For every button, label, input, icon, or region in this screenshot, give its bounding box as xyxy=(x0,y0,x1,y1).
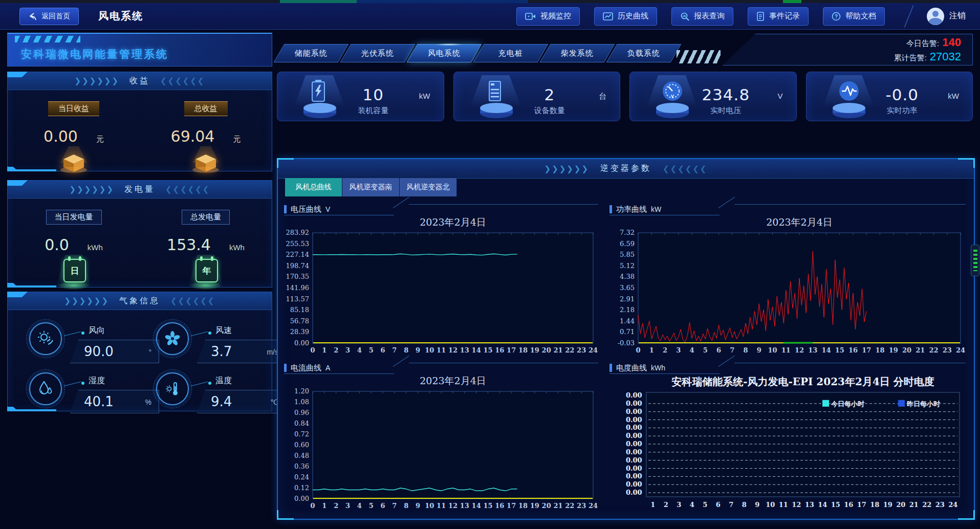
total-income-value: 69.04 xyxy=(171,127,215,145)
day-calendar-icon: 日 xyxy=(52,256,95,292)
svg-text:6: 6 xyxy=(716,346,721,354)
total-income-label: 总收益 xyxy=(184,101,228,116)
weather-panel-header: ❯❯❯❯❯❯ 气象信息 ❮❮❮❮❮❮ xyxy=(8,292,272,310)
today-alarm-label: 今日告警: xyxy=(906,39,939,49)
total-generation-value: 153.4 xyxy=(167,236,211,254)
event-log-button[interactable]: 事件记录 xyxy=(748,7,809,26)
scroll-grip-icon xyxy=(973,250,977,271)
report-query-label: 报表查询 xyxy=(694,11,725,21)
current-chart: 电流曲线 A 2023年2月4日1.201.080.960.840.720.60… xyxy=(284,362,600,513)
svg-text:19: 19 xyxy=(530,346,539,354)
svg-text:0.12: 0.12 xyxy=(294,484,309,492)
humidity-label: 湿度 xyxy=(89,376,105,386)
arrows-right-icon: ❯❯❯❯❯❯ xyxy=(64,296,109,305)
voltage-chart-tag: 电压曲线 V xyxy=(284,203,600,215)
tab-turbine-inverter-south[interactable]: 风机逆变器南 xyxy=(342,178,400,196)
svg-text:0.00: 0.00 xyxy=(626,465,642,472)
tab-diesel-system[interactable]: 柴发系统 xyxy=(540,44,615,62)
weather-panel-title: 气象信息 xyxy=(119,296,160,306)
report-query-button[interactable]: 报表查询 xyxy=(671,7,733,26)
svg-text:安科瑞储能系统-风力发电-EPI 2023年2月4日 分时电: 安科瑞储能系统-风力发电-EPI 2023年2月4日 分时电度 xyxy=(671,376,934,388)
svg-text:14: 14 xyxy=(472,346,481,354)
tab-storage-system[interactable]: 储能系统 xyxy=(274,44,349,62)
svg-text:0.00: 0.00 xyxy=(626,472,642,480)
svg-text:3: 3 xyxy=(676,346,681,354)
icon-pedestal xyxy=(831,102,867,121)
svg-text:7: 7 xyxy=(392,502,397,510)
power-chart: 功率曲线 kW 2023年2月4日7.326.595.855.124.383.6… xyxy=(609,203,968,358)
svg-text:0.00: 0.00 xyxy=(294,339,309,347)
daily-generation-unit: kWh xyxy=(88,243,103,252)
humidity-icon xyxy=(29,372,62,405)
total-income-unit: 元 xyxy=(233,135,241,144)
tab-wind-system[interactable]: 风电系统 xyxy=(407,44,482,62)
total-generation-unit: kWh xyxy=(229,243,245,252)
history-curve-label: 历史曲线 xyxy=(618,11,648,21)
generation-panel-title: 发电量 xyxy=(124,184,155,195)
svg-text:12: 12 xyxy=(795,346,804,354)
svg-text:0.00: 0.00 xyxy=(626,480,642,488)
svg-text:3.65: 3.65 xyxy=(620,284,635,292)
tab-turbine-inverter-north[interactable]: 风机逆变器北 xyxy=(400,178,457,196)
wind-speed-valuebox: 3.7 m/s xyxy=(197,340,286,363)
brand-title: 安科瑞微电网能量管理系统 xyxy=(21,47,168,61)
svg-text:13: 13 xyxy=(460,502,469,510)
stat-cards-row: 10 kW 装机容量 2 台 设备数量 V 234.8 V 实时电压 xyxy=(277,72,973,121)
svg-text:17: 17 xyxy=(857,501,866,509)
event-log-label: 事件记录 xyxy=(769,11,800,21)
tab-turbine-total-curve[interactable]: 风机总曲线 xyxy=(285,178,342,196)
temperature-label: 温度 xyxy=(215,376,232,386)
svg-text:227.14: 227.14 xyxy=(286,251,310,258)
svg-text:5.85: 5.85 xyxy=(620,251,635,258)
arrows-left-icon: ❮❮❮❮❮❮ xyxy=(165,185,210,194)
history-curve-button[interactable]: 历史曲线 xyxy=(594,7,657,26)
wind-power-dashboard: { "topbar": { "back_label": "返回首页", "tit… xyxy=(0,0,980,529)
svg-text:0.00: 0.00 xyxy=(626,391,642,399)
scrollbar-widget[interactable] xyxy=(971,245,979,276)
svg-text:11: 11 xyxy=(779,501,788,509)
tab-pv-system[interactable]: 光伏系统 xyxy=(340,44,416,62)
capacity-value: 10 xyxy=(349,85,398,104)
arrows-right-icon: ❯❯❯❯❯❯ xyxy=(70,185,114,194)
video-monitor-label: 视频监控 xyxy=(540,11,571,21)
svg-text:24: 24 xyxy=(956,346,965,354)
inverter-params-panel: ❯❯❯❯❯❯ 逆变器参数 ❮❮❮❮❮❮ 风机总曲线 风机逆变器南 风机逆变器北 … xyxy=(277,158,975,520)
back-home-button[interactable]: 返回首页 xyxy=(19,8,79,25)
svg-text:9: 9 xyxy=(416,346,420,354)
connector-line xyxy=(64,330,85,338)
svg-text:11: 11 xyxy=(781,346,791,354)
svg-text:198.74: 198.74 xyxy=(286,262,310,270)
svg-text:0.96: 0.96 xyxy=(294,409,309,416)
user-avatar[interactable] xyxy=(927,8,944,25)
capacity-unit: kW xyxy=(419,92,430,100)
connector-line xyxy=(191,330,212,338)
svg-text:2: 2 xyxy=(334,346,338,354)
energy-chart: 电度曲线 kWh 安科瑞储能系统-风力发电-EPI 2023年2月4日 分时电度… xyxy=(609,362,968,513)
inverter-panel-header: ❯❯❯❯❯❯ 逆变器参数 ❮❮❮❮❮❮ xyxy=(278,159,974,179)
income-panel-header: ❯❯❯❯❯❯ 收益 ❮❮❮❮❮❮ xyxy=(8,72,272,90)
logout-button[interactable]: 注销 xyxy=(949,11,966,21)
tab-charging-pile[interactable]: 充电桩 xyxy=(473,44,549,62)
svg-text:7: 7 xyxy=(392,346,397,354)
video-monitor-button[interactable]: 视频监控 xyxy=(516,7,580,26)
system-tabs: 储能系统 光伏系统 风电系统 充电桩 柴发系统 负载系统 xyxy=(279,44,678,61)
svg-text:0.24: 0.24 xyxy=(294,473,309,481)
brand-header: 安科瑞微电网能量管理系统 xyxy=(7,33,272,67)
svg-text:23: 23 xyxy=(577,346,586,354)
svg-text:170.35: 170.35 xyxy=(286,273,310,280)
stat-card-power: -0.0 kW 实时功率 xyxy=(806,72,973,121)
temperature-valuebox: 9.4 ℃ xyxy=(197,390,286,413)
svg-text:0.00: 0.00 xyxy=(626,489,642,496)
svg-text:1.08: 1.08 xyxy=(294,398,309,406)
help-doc-button[interactable]: ? 帮助文档 xyxy=(823,7,885,26)
svg-text:0.84: 0.84 xyxy=(294,420,309,427)
power-value: -0.0 xyxy=(878,85,927,104)
svg-text:18: 18 xyxy=(875,346,884,354)
capacity-label: 装机容量 xyxy=(349,106,398,116)
svg-text:10: 10 xyxy=(768,346,777,354)
svg-text:20: 20 xyxy=(902,346,911,354)
tab-load-system[interactable]: 负载系统 xyxy=(606,44,682,62)
svg-text:-0.03: -0.03 xyxy=(618,339,635,347)
wind-speed-item: 风速 3.7 m/s xyxy=(142,311,269,361)
svg-text:6: 6 xyxy=(380,502,385,510)
